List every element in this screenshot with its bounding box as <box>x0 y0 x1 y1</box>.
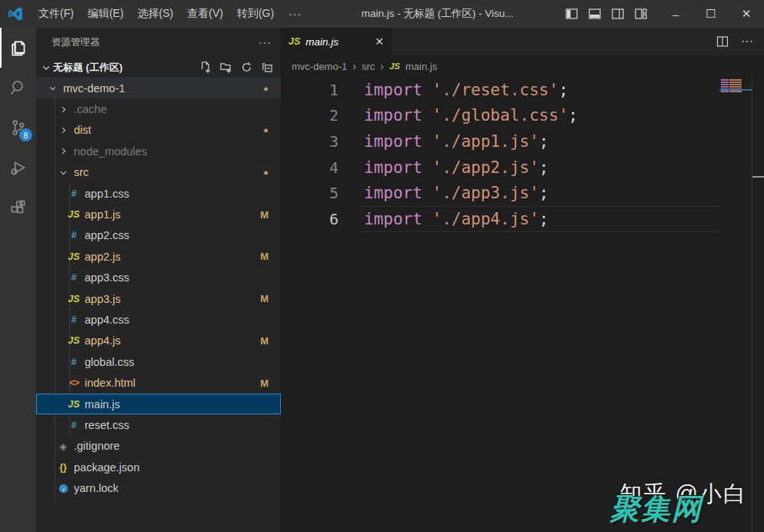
js-file-icon: JS <box>389 62 400 71</box>
search-icon <box>8 78 28 98</box>
tab-bar: JS main.js ✕ ··· <box>281 28 764 55</box>
activity-extensions-button[interactable] <box>0 188 36 228</box>
maximize-button[interactable]: ☐ <box>693 0 729 28</box>
tab-close-icon[interactable]: ✕ <box>375 35 384 48</box>
tree-item-global-css[interactable]: #global.css <box>36 351 281 372</box>
tree-item-label: dist <box>74 124 92 136</box>
tree-item-label: reset.css <box>85 419 129 431</box>
collapse-all-icon[interactable] <box>262 62 273 73</box>
activity-source-control-button[interactable]: 8 <box>0 108 36 148</box>
tree-item-label: app4.js <box>85 334 121 347</box>
split-editor-icon[interactable] <box>716 35 729 48</box>
vscode-window: 文件(F)编辑(E)选择(S)查看(V)转到(G) ··· main.js - … <box>0 0 764 532</box>
minimize-button[interactable]: – <box>658 0 693 28</box>
tree-item-mvc-demo-1[interactable]: mvc-demo-1● <box>36 78 281 98</box>
workspace-title: 无标题 (工作区) <box>53 61 122 75</box>
js-file-icon: JS <box>67 251 81 262</box>
tab-main-js[interactable]: JS main.js ✕ <box>281 28 392 55</box>
tree-item-label: app2.css <box>85 229 129 241</box>
tree-item-src[interactable]: src● <box>36 162 281 183</box>
menu-item-0[interactable]: 文件(F) <box>32 0 81 28</box>
explorer-sidebar: 资源管理器 ··· 无标题 (工作区) mvc <box>36 28 281 532</box>
css-file-icon: # <box>67 230 81 241</box>
menu-item-1[interactable]: 编辑(E) <box>81 0 131 28</box>
code-editor[interactable]: 1import './reset.css';2import './global.… <box>281 77 764 532</box>
activity-search-button[interactable] <box>0 68 36 108</box>
tree-item-index-html[interactable]: <>index.htmlM <box>36 372 281 393</box>
yarn-icon <box>56 484 70 494</box>
tree-item-yarn-lock[interactable]: yarn.lock <box>36 477 281 498</box>
code-line-6[interactable]: 6import './app4.js'; <box>281 206 764 232</box>
tree-item-app3-css[interactable]: #app3.css <box>36 268 281 288</box>
line-number: 3 <box>281 132 339 151</box>
breadcrumb-item[interactable]: main.js <box>405 61 437 72</box>
workspace-section-header[interactable]: 无标题 (工作区) <box>36 57 281 78</box>
title-bar: 文件(F)编辑(E)选择(S)查看(V)转到(G) ··· main.js - … <box>0 0 764 28</box>
code-line-2[interactable]: 2import './global.css'; <box>281 103 764 129</box>
chevron-down-icon <box>45 84 59 92</box>
tree-item-label: app3.css <box>85 271 129 284</box>
chevron-right-icon <box>56 147 70 155</box>
menu-item-2[interactable]: 选择(S) <box>131 0 181 28</box>
toggle-panel-icon[interactable] <box>589 8 601 20</box>
source-control-badge: 8 <box>19 128 32 141</box>
editor-group: JS main.js ✕ ··· mvc-demo-1›src›JSmain.j… <box>281 28 764 532</box>
code-text: import './app1.js'; <box>364 132 549 151</box>
tab-label: main.js <box>305 36 339 48</box>
git-modified-badge: M <box>260 251 269 262</box>
js-file-icon: JS <box>67 335 81 346</box>
tree-item-app4-css[interactable]: #app4.css <box>36 309 281 330</box>
tree-item-app1-js[interactable]: JSapp1.jsM <box>36 204 281 224</box>
tree-item-main-js[interactable]: JSmain.js <box>36 394 281 414</box>
code-line-4[interactable]: 4import './app2.js'; <box>281 155 764 181</box>
code-line-5[interactable]: 5import './app3.js'; <box>281 180 764 206</box>
breadcrumb-item[interactable]: mvc-demo-1 <box>292 61 347 72</box>
tree-item-label: src <box>74 166 88 178</box>
tree-item-dist[interactable]: dist● <box>36 120 281 141</box>
tree-item--cache[interactable]: .cache <box>36 98 281 119</box>
file-tree: mvc-demo-1●.cachedist●node_modulessrc●#a… <box>36 78 281 499</box>
toggle-secondary-sidebar-icon[interactable] <box>612 8 624 20</box>
tree-item-app2-css[interactable]: #app2.css <box>36 225 281 246</box>
vscode-logo-icon <box>7 5 24 22</box>
css-file-icon: # <box>67 188 81 199</box>
code-line-1[interactable]: 1import './reset.css'; <box>281 77 764 103</box>
refresh-icon[interactable] <box>241 62 252 73</box>
close-button[interactable]: ✕ <box>729 0 764 28</box>
tree-item-reset-css[interactable]: #reset.css <box>36 414 281 435</box>
breadcrumb: mvc-demo-1›src›JSmain.js <box>281 55 764 77</box>
tree-item-node-modules[interactable]: node_modules <box>36 141 281 161</box>
git-modified-badge: M <box>260 209 269 221</box>
activity-explorer-button[interactable] <box>0 28 36 68</box>
code-line-3[interactable]: 3import './app1.js'; <box>281 128 764 155</box>
git-modified-dot: ● <box>263 168 269 177</box>
css-file-icon: # <box>67 314 81 325</box>
explorer-more-actions-icon[interactable]: ··· <box>259 36 272 48</box>
sidebar-title: 资源管理器 <box>52 36 100 49</box>
explorer-icon <box>9 38 29 58</box>
toggle-sidebar-icon[interactable] <box>565 8 578 20</box>
customize-layout-icon[interactable] <box>635 8 647 20</box>
tree-item-package-json[interactable]: {}package.json <box>36 457 281 477</box>
menu-item-4[interactable]: 转到(G) <box>230 0 281 28</box>
tree-item-label: app1.css <box>85 188 129 200</box>
activity-run-debug-button[interactable] <box>0 148 36 188</box>
breadcrumb-separator-icon: › <box>352 60 356 72</box>
line-number: 6 <box>281 210 339 228</box>
git-modified-badge: M <box>260 293 269 304</box>
breadcrumb-item[interactable]: src <box>362 61 375 72</box>
line-number: 1 <box>281 81 339 99</box>
editor-more-actions-icon[interactable]: ··· <box>741 35 753 48</box>
tree-item-app1-css[interactable]: #app1.css <box>36 183 281 204</box>
tree-item-label: .cache <box>74 103 107 115</box>
tree-item-app2-js[interactable]: JSapp2.jsM <box>36 246 281 267</box>
menu-item-3[interactable]: 查看(V) <box>180 0 230 28</box>
new-file-icon[interactable] <box>199 62 211 73</box>
tree-item-app3-js[interactable]: JSapp3.jsM <box>36 288 281 309</box>
tree-item-app4-js[interactable]: JSapp4.jsM <box>36 331 281 351</box>
tree-item--gitignore[interactable]: ◈.gitignore <box>36 436 281 457</box>
new-folder-icon[interactable] <box>220 62 232 73</box>
menu-more[interactable]: ··· <box>281 0 309 28</box>
chevron-down-icon <box>56 168 70 177</box>
tree-item-label: app1.js <box>85 208 121 221</box>
